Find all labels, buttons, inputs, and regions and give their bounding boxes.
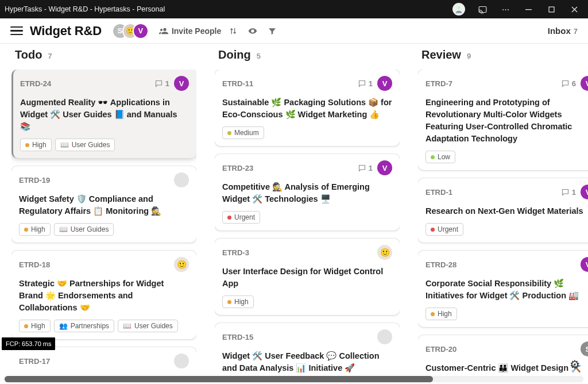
invite-people-button[interactable]: Invite People <box>159 26 221 36</box>
tag-chip[interactable]: High <box>222 295 254 308</box>
assignee-avatar[interactable]: V <box>377 76 392 91</box>
task-card[interactable]: ETRD-3 User Interface Design for Widget … <box>215 239 400 315</box>
tag-chip[interactable]: Urgent <box>222 211 260 224</box>
task-card[interactable]: ETRD-11 1 V Sustainable 🌿 Packaging Solu… <box>215 70 400 146</box>
titlebar-controls: ⋯ <box>452 0 586 18</box>
card-id: ETRD-11 <box>222 79 253 88</box>
tag-chip[interactable]: High <box>19 320 51 332</box>
assignee-avatar[interactable] <box>174 172 189 187</box>
tag-chip[interactable]: High <box>19 223 51 236</box>
assignee-avatar[interactable]: V <box>581 257 588 272</box>
card-meta: 1 V <box>154 76 189 91</box>
task-card[interactable]: ETRD-1 1 V Research on Next-Gen Widget M… <box>418 178 588 243</box>
card-id: ETRD-23 <box>222 164 253 172</box>
assignee-avatar[interactable] <box>174 257 189 272</box>
card-title: Development 🛠️ of AI-Driven 🧠 Widget Per… <box>19 374 189 375</box>
task-card[interactable]: ETRD-18 Strategic 🤝 Partnerships for Wid… <box>11 251 196 339</box>
column-doing: Doing 5 ETRD-11 1 V Sustainable 🌿 Packag… <box>215 44 400 375</box>
titlebar-avatar[interactable] <box>452 3 465 16</box>
card-id: ETRD-18 <box>19 260 50 269</box>
tag-chip[interactable]: High <box>20 139 52 151</box>
window-close-icon[interactable] <box>563 0 586 18</box>
window-title: HyperTasks - Widget R&D - Hypertasks - P… <box>5 5 165 13</box>
column-header: Todo 7 <box>11 44 196 70</box>
tag-chip[interactable]: 📖User Guides <box>55 139 115 151</box>
menu-icon[interactable] <box>10 25 23 37</box>
assignee-avatar[interactable]: V <box>377 160 392 175</box>
chip-text: Partnerships <box>71 322 109 330</box>
task-card[interactable]: ETRD-19 Widget Safety 🛡️ Compliance and … <box>11 166 196 243</box>
card-meta <box>377 329 392 344</box>
chip-text: User Guides <box>72 141 110 149</box>
card-header: ETRD-1 1 V <box>425 185 588 199</box>
tag-chip[interactable]: Low <box>425 151 455 163</box>
tag-chip[interactable]: 📖User Guides <box>54 223 114 236</box>
tag-chip[interactable]: 👥Partnerships <box>54 320 114 332</box>
column-count: 9 <box>467 52 471 60</box>
avatar[interactable]: V <box>133 23 149 39</box>
column-todo: Todo 7 ETRD-24 1 V Augmented Reality 🕶️ … <box>11 44 196 375</box>
cast-icon[interactable] <box>471 0 494 18</box>
assignee-avatar[interactable] <box>174 354 189 368</box>
comment-count: 1 <box>358 164 373 172</box>
assignee-avatar[interactable]: V <box>174 76 189 91</box>
column-body: ETRD-7 6 V Engineering and Prototyping o… <box>418 70 588 375</box>
comment-count: 6 <box>561 79 576 88</box>
task-card[interactable]: ETRD-23 1 V Competitive 🕵️ Analysis of E… <box>215 154 400 231</box>
column-count: 7 <box>48 52 52 60</box>
column-count: 5 <box>257 52 261 60</box>
task-card[interactable]: ETRD-7 6 V Engineering and Prototyping o… <box>418 70 588 170</box>
task-card[interactable]: ETRD-17 Development 🛠️ of AI-Driven 🧠 Wi… <box>11 347 196 375</box>
chip-text: High <box>438 310 452 318</box>
column-header: Review 9 <box>418 44 588 70</box>
card-chips: Urgent <box>425 223 588 236</box>
card-meta: V <box>581 257 588 272</box>
task-card[interactable]: ETRD-15 Widget 🛠️ User Feedback 💬 Collec… <box>215 323 400 375</box>
tag-chip[interactable]: 📖User Guides <box>118 320 178 332</box>
sort-icon[interactable] <box>226 24 241 39</box>
tag-chip[interactable]: High <box>425 308 457 320</box>
card-header: ETRD-19 <box>19 172 189 187</box>
scrollbar-thumb[interactable] <box>5 376 433 382</box>
column-header: Doing 5 <box>215 44 400 70</box>
assignee-avatar[interactable]: V <box>581 76 588 91</box>
board-header: Widget R&D S 🙂 V Invite People Inbox 7 <box>0 18 588 44</box>
filter-icon[interactable] <box>265 24 280 39</box>
assignee-avatar[interactable]: V <box>581 185 588 199</box>
card-meta: 1 V <box>358 76 392 91</box>
card-header: ETRD-18 <box>19 257 189 272</box>
chip-text: High <box>234 298 249 306</box>
chip-text: Medium <box>234 129 259 137</box>
card-id: ETRD-28 <box>425 260 457 269</box>
task-card[interactable]: ETRD-20 S Customer-Centric 👪 Widget Desi… <box>418 335 588 375</box>
more-icon[interactable]: ⋯ <box>494 0 517 18</box>
column-title: Todo <box>15 48 42 62</box>
member-avatars[interactable]: S 🙂 V <box>112 23 149 39</box>
chip-text: User Guides <box>134 322 173 330</box>
tag-chip[interactable]: Medium <box>222 126 264 139</box>
visibility-icon[interactable] <box>245 24 260 39</box>
chip-text: High <box>31 225 45 233</box>
tag-chip[interactable]: Urgent <box>425 223 463 236</box>
assignee-avatar[interactable]: S <box>581 341 588 356</box>
card-header: ETRD-20 S <box>425 341 588 356</box>
task-card[interactable]: ETRD-28 V Corporate Social Responsibilit… <box>418 251 588 327</box>
card-header: ETRD-3 <box>222 245 392 260</box>
card-chips: High <box>425 308 588 320</box>
chip-text: User Guides <box>71 225 109 233</box>
horizontal-scrollbar[interactable] <box>5 376 583 382</box>
card-chips: Low <box>425 151 588 163</box>
card-header: ETRD-11 1 V <box>222 76 392 91</box>
settings-icon[interactable]: ⚙ <box>570 358 580 371</box>
assignee-avatar[interactable] <box>377 329 392 344</box>
window-minimize-icon[interactable] <box>517 0 540 18</box>
window-maximize-icon[interactable] <box>540 0 563 18</box>
card-id: ETRD-15 <box>222 333 253 341</box>
card-title: Widget Safety 🛡️ Compliance and Regulato… <box>19 193 189 217</box>
inbox-count: 7 <box>574 27 578 36</box>
task-card[interactable]: ETRD-24 1 V Augmented Reality 🕶️ Applica… <box>11 70 196 158</box>
assignee-avatar[interactable] <box>377 245 392 260</box>
inbox-link[interactable]: Inbox 7 <box>548 26 578 36</box>
card-chips: High📖User Guides <box>19 223 189 236</box>
svg-rect-2 <box>525 9 532 10</box>
